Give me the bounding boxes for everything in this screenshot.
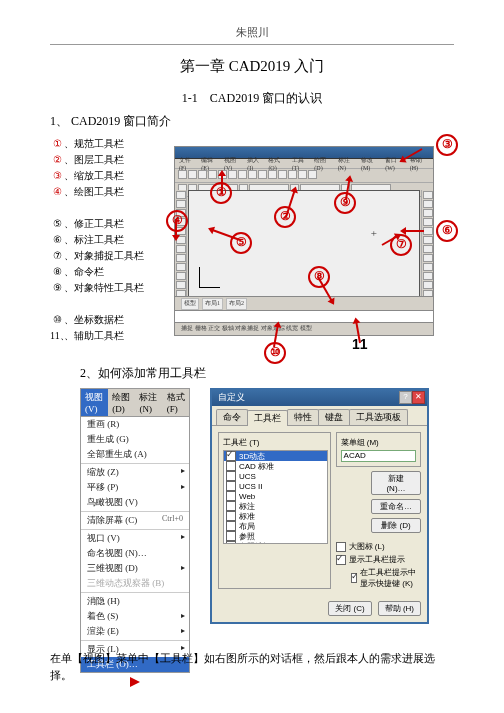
callout-3: ③ (436, 134, 458, 156)
listbox-item[interactable]: CAD 标准 (224, 461, 327, 471)
dialog-titlebar: ? ✕ 自定义 (212, 390, 427, 406)
toolbar-group-label: 工具栏 (T) (223, 437, 326, 448)
listbox-item[interactable]: 标注 (224, 501, 327, 511)
dialog-tab[interactable]: 命令 (216, 409, 248, 425)
menu-item[interactable]: 清除屏幕 (C)Ctrl+0 (81, 511, 189, 528)
view-menu-bar[interactable]: 视图(V)绘图(D)标注(N)格式(F) (80, 388, 190, 417)
legend-item: ⑦、对象捕捉工具栏 (50, 248, 144, 264)
callout-4: ④ (166, 210, 188, 232)
menu-item[interactable]: 全部重生成 (A) (81, 447, 189, 462)
listbox-item[interactable]: 布局 (224, 521, 327, 531)
legend-item: ①、规范工具栏 (50, 136, 144, 152)
view-menu-column: 视图(V)绘图(D)标注(N)格式(F) 重画 (R)重生成 (G)全部重生成 … (80, 388, 190, 687)
legend-item: ⑤、修正工具栏 (50, 216, 144, 232)
show-shortcut-checkbox[interactable] (351, 573, 357, 583)
section-heading: 1-1 CAD2019 窗口的认识 (50, 90, 454, 107)
cad-figure: 文件(F)编辑(E)视图(V)插入(I)格式(O)工具(T)绘图(D)标注(N)… (174, 136, 434, 351)
menu-item[interactable]: 鸟瞰视图 (V) (81, 495, 189, 510)
callout-5: ⑤ (230, 232, 252, 254)
callout-2: ② (274, 206, 296, 228)
cad-canvas[interactable]: + (188, 190, 420, 299)
chapter-title: 第一章 CAD2019 入门 (50, 57, 454, 76)
author-name: 朱照川 (50, 25, 454, 40)
legend-item: ⑨、对象特性工具栏 (50, 280, 144, 296)
listbox-item[interactable]: 标准 (224, 511, 327, 521)
legend-item: ⑥、标注工具栏 (50, 232, 144, 248)
view-dropdown[interactable]: 重画 (R)重生成 (G)全部重生成 (A)缩放 (Z)▸平移 (P)▸鸟瞰视图… (80, 417, 190, 673)
rename-button[interactable]: 重命名… (371, 499, 421, 514)
dialog-tab[interactable]: 键盘 (318, 409, 350, 425)
menu-item[interactable]: 视口 (V)▸ (81, 529, 189, 546)
cad-menubar[interactable]: 文件(F)编辑(E)视图(V)插入(I)格式(O)工具(T)绘图(D)标注(N)… (175, 159, 433, 169)
toolbar-listbox[interactable]: 3D动态CAD 标准UCSUCS IIWeb标注标准布局参照参照编辑插入点查询对… (223, 450, 328, 544)
dialog-tab[interactable]: 工具选项板 (349, 409, 408, 425)
cad-statusbar: 捕捉 栅格 正交 极轴 对象捕捉 对象追踪 线宽 模型 (175, 322, 433, 335)
new-button[interactable]: 新建 (N)… (371, 471, 421, 495)
header-rule (50, 44, 454, 45)
legend-item: ④、绘图工具栏 (50, 184, 144, 200)
dialog-tabs[interactable]: 命令工具栏特性键盘工具选项板 (212, 406, 427, 426)
callout-6: ⑥ (436, 220, 458, 242)
legend-item: ②、图层工具栏 (50, 152, 144, 168)
dialog-tab[interactable]: 特性 (287, 409, 319, 425)
legend-item: 11、、辅助工具栏 (50, 328, 144, 344)
large-icons-checkbox[interactable] (336, 542, 346, 552)
menu-item[interactable]: 消隐 (H) (81, 592, 189, 609)
menu-item[interactable]: 着色 (S)▸ (81, 609, 189, 624)
legend-item: ⑧、命令栏 (50, 264, 144, 280)
menu-item[interactable]: 渲染 (E)▸ (81, 624, 189, 639)
footer-text: 在单【视图】菜单中【工具栏】如右图所示的对话框，然后跟本人的需求进展选择。 (50, 650, 454, 683)
listbox-item[interactable]: UCS (224, 471, 327, 481)
legend-list: ①、规范工具栏②、图层工具栏③、缩放工具栏④、绘图工具栏⑤、修正工具栏⑥、标注工… (50, 136, 144, 351)
legend-item: ③、缩放工具栏 (50, 168, 144, 184)
show-tooltips-checkbox[interactable] (336, 555, 346, 565)
delete-button[interactable]: 删除 (D) (371, 518, 421, 533)
listbox-item[interactable]: 参照编辑 (224, 541, 327, 544)
menu-item[interactable]: 命名视图 (N)… (81, 546, 189, 561)
menugroup-label: 菜单组 (M) (341, 437, 416, 448)
help-button[interactable]: 帮助 (H) (378, 601, 421, 616)
cad-right-tools[interactable] (421, 190, 433, 299)
listbox-item[interactable]: 3D动态 (224, 451, 327, 461)
menu-item[interactable]: 缩放 (Z)▸ (81, 463, 189, 480)
listbox-item[interactable]: 参照 (224, 531, 327, 541)
cad-left-tools[interactable] (175, 190, 187, 299)
menu-item[interactable]: 三维视图 (D)▸ (81, 561, 189, 576)
menu-item[interactable]: 三维动态观察器 (B) (81, 576, 189, 591)
dialog-tab[interactable]: 工具栏 (247, 410, 288, 426)
listbox-item[interactable]: Web (224, 491, 327, 501)
menu-item[interactable]: 平移 (P)▸ (81, 480, 189, 495)
close-icon[interactable]: ✕ (412, 391, 425, 404)
help-icon[interactable]: ? (399, 391, 412, 404)
subhead-2: 2、如何添加常用工具栏 (80, 365, 454, 382)
menu-item[interactable]: 重画 (R) (81, 417, 189, 432)
subhead-1: 1、 CAD2019 窗口简介 (50, 113, 454, 130)
customize-dialog: ? ✕ 自定义 命令工具栏特性键盘工具选项板 工具栏 (T) 3D动态CAD 标… (210, 388, 429, 624)
close-button[interactable]: 关闭 (C) (328, 601, 371, 616)
menugroup-select[interactable]: ACAD (341, 450, 416, 462)
legend-item: ⑩、坐标数据栏 (50, 312, 144, 328)
listbox-item[interactable]: UCS II (224, 481, 327, 491)
cad-toolbar-row-1[interactable] (175, 169, 433, 183)
menu-item[interactable]: 重生成 (G) (81, 432, 189, 447)
cad-coord-bar: 模型布局1布局2 (175, 296, 433, 311)
